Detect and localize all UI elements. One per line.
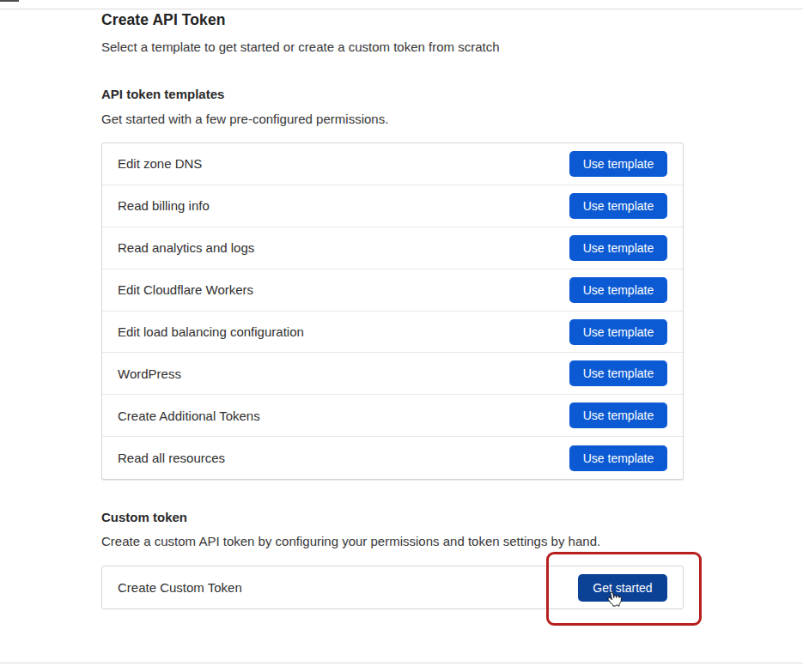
template-row-label: Edit zone DNS bbox=[118, 156, 202, 171]
template-row: Create Additional TokensUse template bbox=[102, 395, 683, 437]
template-row-label: Read billing info bbox=[118, 198, 210, 213]
get-started-button[interactable]: Get started bbox=[578, 574, 667, 602]
template-row: WordPressUse template bbox=[102, 353, 683, 395]
use-template-button[interactable]: Use template bbox=[569, 193, 667, 219]
bottom-divider bbox=[0, 663, 803, 663]
custom-token-heading: Custom token bbox=[101, 510, 187, 524]
template-row-label: Edit Cloudflare Workers bbox=[118, 282, 253, 297]
custom-token-description: Create a custom API token by configuring… bbox=[101, 534, 600, 548]
use-template-button[interactable]: Use template bbox=[569, 403, 667, 428]
template-row-label: WordPress bbox=[118, 366, 181, 381]
templates-section-heading: API token templates bbox=[101, 87, 224, 101]
create-api-token-page: Create API Token Select a template to ge… bbox=[0, 0, 803, 672]
page-subtitle: Select a template to get started or crea… bbox=[101, 39, 500, 54]
custom-token-row-label: Create Custom Token bbox=[118, 580, 242, 595]
use-template-button[interactable]: Use template bbox=[569, 235, 667, 261]
top-divider bbox=[0, 9, 803, 9]
use-template-button[interactable]: Use template bbox=[569, 445, 667, 471]
use-template-button[interactable]: Use template bbox=[569, 277, 667, 303]
use-template-button[interactable]: Use template bbox=[569, 360, 667, 386]
template-row-label: Read all resources bbox=[118, 451, 225, 465]
page-title: Create API Token bbox=[101, 11, 226, 29]
template-row-label: Create Additional Tokens bbox=[118, 409, 260, 423]
window-edge-fragment bbox=[0, 0, 19, 2]
template-row-label: Read analytics and logs bbox=[118, 240, 254, 255]
template-row: Read billing infoUse template bbox=[102, 185, 683, 227]
use-template-button[interactable]: Use template bbox=[569, 319, 667, 345]
templates-section-description: Get started with a few pre-configured pe… bbox=[101, 112, 388, 126]
template-list: Edit zone DNSUse templateRead billing in… bbox=[101, 142, 684, 480]
template-row-label: Edit load balancing configuration bbox=[118, 324, 304, 339]
template-row: Read analytics and logsUse template bbox=[102, 227, 683, 269]
custom-token-row: Create Custom Token Get started bbox=[101, 566, 684, 609]
use-template-button[interactable]: Use template bbox=[569, 151, 667, 177]
template-row: Edit zone DNSUse template bbox=[102, 143, 683, 185]
template-row: Edit load balancing configurationUse tem… bbox=[102, 312, 683, 354]
template-row: Edit Cloudflare WorkersUse template bbox=[102, 269, 683, 312]
template-row: Read all resourcesUse template bbox=[102, 437, 683, 479]
